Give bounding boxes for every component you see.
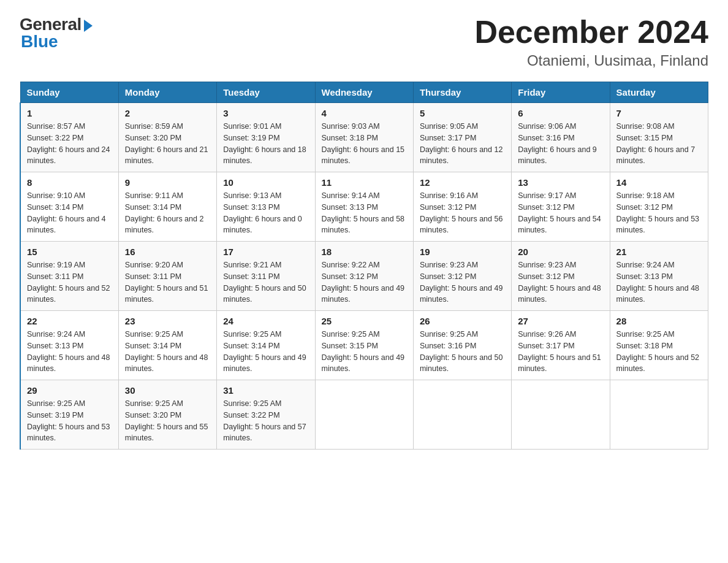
day-info: Sunrise: 8:57 AMSunset: 3:22 PMDaylight:… <box>27 121 112 167</box>
logo-blue-text: Blue <box>21 32 58 52</box>
day-number: 5 <box>420 108 505 118</box>
day-cell: 29Sunrise: 9:25 AMSunset: 3:19 PMDayligh… <box>20 380 118 450</box>
header-saturday: Saturday <box>610 82 708 103</box>
day-info: Sunrise: 8:59 AMSunset: 3:20 PMDaylight:… <box>125 121 210 167</box>
week-row-5: 29Sunrise: 9:25 AMSunset: 3:19 PMDayligh… <box>20 380 708 450</box>
day-number: 15 <box>27 247 112 257</box>
day-cell: 11Sunrise: 9:14 AMSunset: 3:13 PMDayligh… <box>315 172 413 242</box>
day-info: Sunrise: 9:21 AMSunset: 3:11 PMDaylight:… <box>223 259 308 305</box>
header-tuesday: Tuesday <box>217 82 315 103</box>
month-title: December 2024 <box>474 15 708 50</box>
header-wednesday: Wednesday <box>315 82 413 103</box>
day-number: 26 <box>420 316 505 326</box>
day-cell: 5Sunrise: 9:05 AMSunset: 3:17 PMDaylight… <box>413 103 511 172</box>
day-number: 17 <box>223 247 308 257</box>
day-cell: 2Sunrise: 8:59 AMSunset: 3:20 PMDaylight… <box>118 103 216 172</box>
day-number: 27 <box>518 316 603 326</box>
day-info: Sunrise: 9:17 AMSunset: 3:12 PMDaylight:… <box>518 190 603 236</box>
day-info: Sunrise: 9:13 AMSunset: 3:13 PMDaylight:… <box>223 190 308 236</box>
day-cell: 24Sunrise: 9:25 AMSunset: 3:14 PMDayligh… <box>217 311 315 380</box>
day-info: Sunrise: 9:06 AMSunset: 3:16 PMDaylight:… <box>518 121 603 167</box>
day-info: Sunrise: 9:05 AMSunset: 3:17 PMDaylight:… <box>420 121 505 167</box>
week-row-2: 8Sunrise: 9:10 AMSunset: 3:14 PMDaylight… <box>20 172 708 242</box>
day-info: Sunrise: 9:22 AMSunset: 3:12 PMDaylight:… <box>322 259 407 305</box>
header-sunday: Sunday <box>20 82 118 103</box>
day-cell: 8Sunrise: 9:10 AMSunset: 3:14 PMDaylight… <box>20 172 118 242</box>
day-number: 30 <box>125 385 210 396</box>
day-info: Sunrise: 9:20 AMSunset: 3:11 PMDaylight:… <box>125 259 210 305</box>
day-info: Sunrise: 9:25 AMSunset: 3:18 PMDaylight:… <box>616 329 702 375</box>
day-info: Sunrise: 9:23 AMSunset: 3:12 PMDaylight:… <box>518 259 603 305</box>
day-number: 4 <box>322 108 407 118</box>
day-cell <box>315 380 413 450</box>
day-number: 20 <box>518 247 603 257</box>
day-info: Sunrise: 9:25 AMSunset: 3:22 PMDaylight:… <box>223 398 308 444</box>
day-cell: 12Sunrise: 9:16 AMSunset: 3:12 PMDayligh… <box>413 172 511 242</box>
day-cell: 14Sunrise: 9:18 AMSunset: 3:12 PMDayligh… <box>610 172 708 242</box>
header-row: SundayMondayTuesdayWednesdayThursdayFrid… <box>20 82 708 103</box>
day-number: 7 <box>616 108 702 118</box>
day-number: 13 <box>518 177 603 188</box>
day-cell: 20Sunrise: 9:23 AMSunset: 3:12 PMDayligh… <box>512 242 610 311</box>
day-info: Sunrise: 9:25 AMSunset: 3:19 PMDaylight:… <box>27 398 112 444</box>
day-number: 25 <box>322 316 407 326</box>
day-cell: 18Sunrise: 9:22 AMSunset: 3:12 PMDayligh… <box>315 242 413 311</box>
day-number: 10 <box>223 177 308 188</box>
day-info: Sunrise: 9:23 AMSunset: 3:12 PMDaylight:… <box>420 259 505 305</box>
day-cell: 22Sunrise: 9:24 AMSunset: 3:13 PMDayligh… <box>20 311 118 380</box>
page-header: General Blue December 2024 Otaniemi, Uus… <box>20 15 708 69</box>
logo: General Blue <box>20 15 93 52</box>
day-cell: 15Sunrise: 9:19 AMSunset: 3:11 PMDayligh… <box>20 242 118 311</box>
day-number: 2 <box>125 108 210 118</box>
day-info: Sunrise: 9:16 AMSunset: 3:12 PMDaylight:… <box>420 190 505 236</box>
location-title: Otaniemi, Uusimaa, Finland <box>474 52 708 69</box>
day-info: Sunrise: 9:18 AMSunset: 3:12 PMDaylight:… <box>616 190 702 236</box>
day-info: Sunrise: 9:26 AMSunset: 3:17 PMDaylight:… <box>518 329 603 375</box>
day-info: Sunrise: 9:24 AMSunset: 3:13 PMDaylight:… <box>616 259 702 305</box>
day-cell: 7Sunrise: 9:08 AMSunset: 3:15 PMDaylight… <box>610 103 708 172</box>
day-cell: 23Sunrise: 9:25 AMSunset: 3:14 PMDayligh… <box>118 311 216 380</box>
day-number: 1 <box>27 108 112 118</box>
day-cell <box>610 380 708 450</box>
day-number: 12 <box>420 177 505 188</box>
day-info: Sunrise: 9:25 AMSunset: 3:14 PMDaylight:… <box>125 329 210 375</box>
day-number: 11 <box>322 177 407 188</box>
day-cell: 31Sunrise: 9:25 AMSunset: 3:22 PMDayligh… <box>217 380 315 450</box>
day-info: Sunrise: 9:25 AMSunset: 3:14 PMDaylight:… <box>223 329 308 375</box>
day-cell: 13Sunrise: 9:17 AMSunset: 3:12 PMDayligh… <box>512 172 610 242</box>
header-monday: Monday <box>118 82 216 103</box>
day-cell <box>413 380 511 450</box>
day-info: Sunrise: 9:14 AMSunset: 3:13 PMDaylight:… <box>322 190 407 236</box>
day-cell: 21Sunrise: 9:24 AMSunset: 3:13 PMDayligh… <box>610 242 708 311</box>
day-info: Sunrise: 9:10 AMSunset: 3:14 PMDaylight:… <box>27 190 112 236</box>
day-info: Sunrise: 9:01 AMSunset: 3:19 PMDaylight:… <box>223 121 308 167</box>
day-cell: 17Sunrise: 9:21 AMSunset: 3:11 PMDayligh… <box>217 242 315 311</box>
day-cell: 3Sunrise: 9:01 AMSunset: 3:19 PMDaylight… <box>217 103 315 172</box>
day-number: 22 <box>27 316 112 326</box>
day-info: Sunrise: 9:08 AMSunset: 3:15 PMDaylight:… <box>616 121 702 167</box>
day-cell: 28Sunrise: 9:25 AMSunset: 3:18 PMDayligh… <box>610 311 708 380</box>
day-number: 19 <box>420 247 505 257</box>
day-cell: 30Sunrise: 9:25 AMSunset: 3:20 PMDayligh… <box>118 380 216 450</box>
calendar-table: SundayMondayTuesdayWednesdayThursdayFrid… <box>20 82 708 450</box>
day-number: 29 <box>27 385 112 396</box>
day-cell: 6Sunrise: 9:06 AMSunset: 3:16 PMDaylight… <box>512 103 610 172</box>
day-number: 14 <box>616 177 702 188</box>
day-info: Sunrise: 9:19 AMSunset: 3:11 PMDaylight:… <box>27 259 112 305</box>
day-cell: 25Sunrise: 9:25 AMSunset: 3:15 PMDayligh… <box>315 311 413 380</box>
day-cell <box>512 380 610 450</box>
day-number: 6 <box>518 108 603 118</box>
day-number: 31 <box>223 385 308 396</box>
week-row-1: 1Sunrise: 8:57 AMSunset: 3:22 PMDaylight… <box>20 103 708 172</box>
logo-arrow-icon <box>84 20 93 32</box>
day-cell: 10Sunrise: 9:13 AMSunset: 3:13 PMDayligh… <box>217 172 315 242</box>
day-number: 8 <box>27 177 112 188</box>
day-number: 16 <box>125 247 210 257</box>
day-cell: 9Sunrise: 9:11 AMSunset: 3:14 PMDaylight… <box>118 172 216 242</box>
day-cell: 1Sunrise: 8:57 AMSunset: 3:22 PMDaylight… <box>20 103 118 172</box>
day-number: 23 <box>125 316 210 326</box>
week-row-3: 15Sunrise: 9:19 AMSunset: 3:11 PMDayligh… <box>20 242 708 311</box>
header-thursday: Thursday <box>413 82 511 103</box>
day-cell: 27Sunrise: 9:26 AMSunset: 3:17 PMDayligh… <box>512 311 610 380</box>
day-number: 18 <box>322 247 407 257</box>
